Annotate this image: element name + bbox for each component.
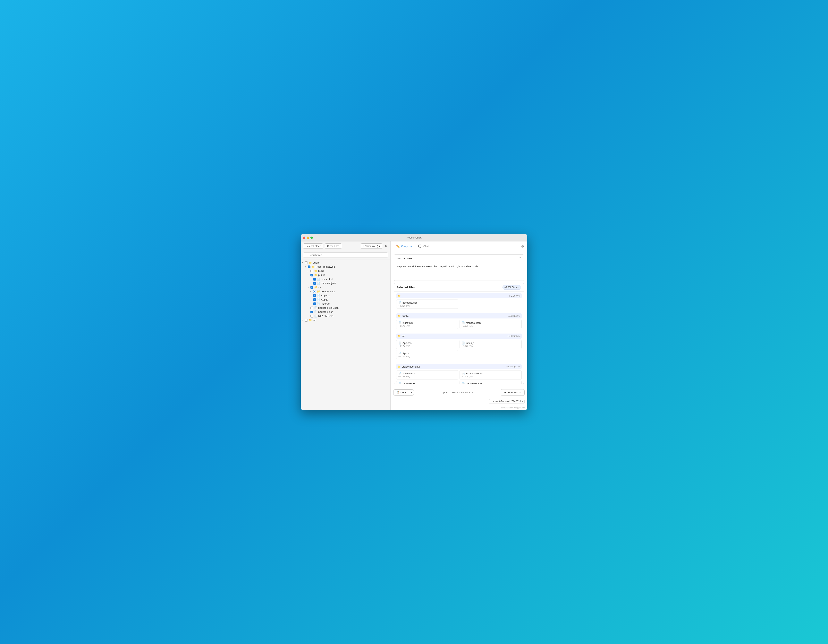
- maximize-button[interactable]: [310, 237, 313, 239]
- copy-button-wrap: 📋 Copy ▾: [393, 390, 414, 396]
- tab-compose-label: Compose: [401, 245, 412, 248]
- checkbox-package-lock[interactable]: [310, 306, 313, 309]
- title-bar: Repo Prompt: [301, 234, 527, 242]
- tree-item-public-root[interactable]: ▾ 📁 public: [301, 261, 390, 265]
- tree-item-public-sub[interactable]: ▾ 📁 public: [301, 273, 390, 277]
- menu-icon[interactable]: ≡: [519, 256, 521, 260]
- tree-item-readme[interactable]: 📄 README.md: [301, 314, 390, 318]
- copy-caret-button[interactable]: ▾: [409, 390, 414, 395]
- files-grid-src-components: 📄 Toolbar.css ~0.16k (6%) 📄 HowItWorks.c…: [396, 370, 522, 384]
- checkbox-app-js[interactable]: [313, 298, 316, 301]
- file-name: App.js: [403, 352, 409, 355]
- file-name: HowItWorks.css: [466, 372, 484, 375]
- start-ai-chat-button[interactable]: ✦ Start AI chat: [501, 389, 525, 396]
- folder-row-name: src: [402, 335, 505, 338]
- file-card-name: 📄 Toolbar.css: [398, 372, 456, 375]
- item-name: manifest.json: [321, 282, 336, 285]
- tree-item-app-css[interactable]: 📄 App.css: [301, 294, 390, 298]
- checkbox-build[interactable]: [310, 270, 313, 272]
- chevron-icon: ▸: [308, 270, 310, 272]
- tree-item-package-json[interactable]: 📄 package.json: [301, 310, 390, 314]
- tree-item-index-html[interactable]: 📄 index.html: [301, 277, 390, 281]
- checkbox-readme[interactable]: [310, 315, 313, 317]
- file-name: manifest.json: [466, 321, 481, 324]
- tab-compose[interactable]: ✏️ Compose: [393, 243, 415, 250]
- tree-item-src-root[interactable]: ▾ 📁 src: [301, 318, 390, 322]
- folder-row-icon: 📁: [397, 294, 401, 297]
- tree-item-index-js[interactable]: 📄 index.js: [301, 302, 390, 306]
- copy-button[interactable]: 📋 Copy: [394, 390, 409, 395]
- sort-button[interactable]: ↑ Name (A-Z) ▾: [361, 243, 383, 249]
- clear-files-button[interactable]: Clear Files: [325, 243, 342, 249]
- folder-row-icon: 📁: [397, 335, 401, 338]
- tree-item-src[interactable]: ▾ 📁 src: [301, 285, 390, 289]
- chevron-icon: ▾: [308, 274, 310, 276]
- doc-icon: 📄: [317, 298, 320, 301]
- folder-icon: 📁: [314, 269, 317, 272]
- compose-icon: ✏️: [396, 244, 400, 248]
- copy-icon: 📋: [396, 391, 399, 394]
- file-tree: ▾ 📁 public ▾ 📁 RepoPromptWeb ▸ 📁: [301, 259, 390, 410]
- panel-content: Instructions ≡ Help me rework the main v…: [390, 251, 527, 387]
- file-name: HowItWorks.js: [466, 382, 482, 384]
- tab-chat-label: Chat: [423, 245, 429, 248]
- file-card-name: 📄 App.js: [398, 352, 456, 355]
- minimize-button[interactable]: [307, 237, 309, 239]
- window-title: Repo Prompt: [406, 236, 422, 239]
- doc-icon: 📄: [317, 282, 320, 285]
- files-grid-root: 📄 package.json ~0.21k (9%): [396, 300, 522, 309]
- file-card: 📄 HowItWorks.js ~0.27k (11%): [459, 381, 522, 384]
- folder-row-src: 📁 src ~0.36k (15%): [396, 333, 522, 339]
- start-ai-label: Start AI chat: [507, 391, 521, 394]
- checkbox-components[interactable]: [313, 290, 316, 293]
- file-name: App.css: [403, 342, 411, 344]
- tab-chat[interactable]: 💬 Chat: [415, 243, 432, 250]
- tree-item-repopromptweb[interactable]: ▾ 📁 RepoPromptWeb: [301, 265, 390, 269]
- checkbox-manifest-json[interactable]: [313, 282, 316, 285]
- folder-group-public: 📁 public ~0.30k (12%) 📄 index.html: [394, 312, 524, 332]
- tree-item-package-lock[interactable]: 📄 package-lock.json: [301, 306, 390, 310]
- close-button[interactable]: [303, 237, 305, 239]
- file-doc-icon: 📄: [398, 352, 401, 355]
- folder-row-src-components: 📁 src/components ~1.43k (61%): [396, 364, 522, 369]
- folder-icon: 📁: [309, 319, 312, 322]
- checkbox-src-root[interactable]: [305, 319, 308, 322]
- files-grid-src: 📄 App.css ~0.17k (7%) 📄 index.js: [396, 340, 522, 359]
- checkbox-index-js[interactable]: [313, 302, 316, 305]
- search-input[interactable]: [303, 252, 388, 258]
- tree-item-components[interactable]: ▸ 📁 components: [301, 289, 390, 294]
- instructions-textarea[interactable]: Help me rework the main view to be compa…: [394, 262, 524, 280]
- file-doc-icon: 📄: [398, 301, 401, 304]
- settings-button[interactable]: ⚙: [520, 243, 525, 249]
- model-select[interactable]: claude-3-5-sonnet-20240620 ▾: [489, 399, 525, 404]
- checkbox-index-html[interactable]: [313, 278, 316, 281]
- search-bar: 🔍: [301, 251, 390, 259]
- item-name: components: [321, 290, 335, 293]
- item-name: App.js: [321, 298, 328, 301]
- checkbox-package-json[interactable]: [310, 311, 313, 313]
- search-wrap: 🔍: [303, 252, 388, 258]
- bottom-row: claude-3-5-sonnet-20240620 ▾: [390, 397, 527, 405]
- file-card-tokens: ~0.21k (9%): [398, 305, 456, 307]
- checkbox-repopromptweb[interactable]: [308, 265, 310, 268]
- refresh-button[interactable]: ↻: [384, 243, 388, 249]
- token-total: Approx. Token Total: ~2.31k: [416, 391, 499, 394]
- file-card-name: 📄 App.css: [398, 342, 456, 344]
- chevron-icon: ▾: [308, 286, 310, 288]
- traffic-lights: [303, 237, 313, 239]
- tree-item-build[interactable]: ▸ 📁 build: [301, 269, 390, 273]
- folder-group-root: 📁 ~0.21k (9%) 📄 package.json: [394, 292, 524, 312]
- select-folder-button[interactable]: Select Folder: [303, 243, 323, 249]
- model-caret-icon: ▾: [522, 400, 523, 403]
- checkbox-public-root[interactable]: [305, 261, 308, 264]
- tree-item-manifest-json[interactable]: 📄 manifest.json: [301, 281, 390, 285]
- tree-item-app-js[interactable]: 📄 App.js: [301, 298, 390, 302]
- checkbox-public-sub[interactable]: [310, 274, 313, 276]
- checkbox-src[interactable]: [310, 286, 313, 289]
- file-doc-icon: 📄: [462, 372, 465, 375]
- checkbox-app-css[interactable]: [313, 294, 316, 297]
- file-doc-icon: 📄: [462, 321, 465, 324]
- folder-row-public: 📁 public ~0.30k (12%): [396, 313, 522, 319]
- chat-icon: 💬: [418, 244, 422, 248]
- file-card-tokens: ~0.10k (4%): [462, 375, 519, 378]
